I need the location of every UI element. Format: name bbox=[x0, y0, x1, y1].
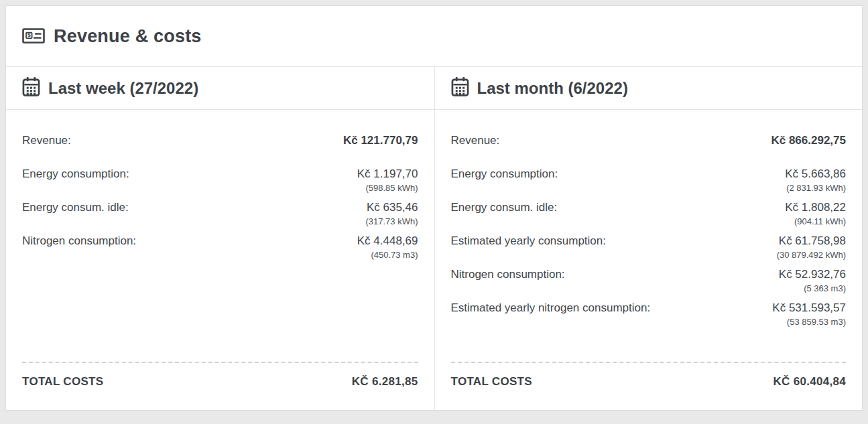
row-value: Kč 52.932,76 bbox=[779, 267, 846, 282]
row-unit: (30 879.492 kWh) bbox=[777, 249, 846, 261]
row-value: Kč 1.197,70 bbox=[357, 166, 418, 182]
row-unit: (317.73 kWh) bbox=[365, 215, 418, 228]
row-unit: (598.85 kWh) bbox=[357, 182, 418, 194]
total-costs-label: TOTAL COSTS bbox=[22, 375, 103, 388]
revenue-costs-panel: $ Revenue & costs bbox=[5, 5, 863, 411]
row-estimated-yearly-consumption: Estimated yearly consumption: Kč 61.758,… bbox=[451, 233, 847, 263]
row-label: Nitrogen consumption: bbox=[451, 267, 565, 282]
row-revenue: Revenue: Kč 121.770,79 bbox=[22, 133, 418, 162]
row-energy-consum-idle: Energy consum. idle: Kč 635,46 (317.73 k… bbox=[22, 200, 418, 229]
total-costs-value: KČ 6.281,85 bbox=[352, 375, 418, 388]
row-value: Kč 4.448,69 bbox=[357, 233, 418, 249]
panel-title: Revenue & costs bbox=[54, 26, 202, 47]
column-title: Last month (6/2022) bbox=[477, 79, 628, 98]
total-costs-value: KČ 60.404,84 bbox=[773, 375, 846, 388]
row-unit: (53 859.53 m3) bbox=[772, 315, 846, 328]
row-label: Estimated yearly nitrogen consumption: bbox=[451, 300, 651, 315]
total-costs-row: TOTAL COSTS KČ 6.281,85 bbox=[22, 375, 418, 388]
column-title: Last week (27/2022) bbox=[48, 79, 198, 98]
row-revenue: Revenue: Kč 866.292,75 bbox=[451, 133, 847, 162]
column-last-week: Last week (27/2022) Revenue: Kč 121.770,… bbox=[6, 67, 434, 410]
row-label: Energy consum. idle: bbox=[22, 200, 129, 215]
money-check-icon: $ bbox=[22, 27, 45, 48]
row-unit: (5 363 m3) bbox=[779, 282, 846, 295]
row-nitrogen-consumption: Nitrogen consumption: Kč 4.448,69 (450.7… bbox=[22, 233, 418, 263]
row-unit: (904.11 kWh) bbox=[785, 215, 846, 228]
row-label: Revenue: bbox=[451, 133, 500, 148]
row-value: Kč 121.770,79 bbox=[343, 133, 418, 148]
row-unit: (2 831.93 kWh) bbox=[785, 182, 846, 194]
row-nitrogen-consumption: Nitrogen consumption: Kč 52.932,76 (5 36… bbox=[451, 267, 847, 296]
calendar-icon bbox=[451, 77, 469, 99]
column-last-month: Last month (6/2022) Revenue: Kč 866.292,… bbox=[434, 67, 863, 410]
panel-header: $ Revenue & costs bbox=[6, 6, 862, 67]
row-energy-consumption: Energy consumption: Kč 1.197,70 (598.85 … bbox=[22, 166, 418, 196]
dashed-separator bbox=[451, 362, 847, 363]
total-costs-row: TOTAL COSTS KČ 60.404,84 bbox=[451, 375, 847, 388]
column-last-week-header: Last week (27/2022) bbox=[6, 67, 434, 110]
column-last-week-body: Revenue: Kč 121.770,79 Energy consumptio… bbox=[6, 110, 434, 410]
row-value: Kč 531.593,57 bbox=[772, 300, 846, 315]
column-last-month-header: Last month (6/2022) bbox=[435, 67, 863, 110]
columns-container: Last week (27/2022) Revenue: Kč 121.770,… bbox=[6, 67, 862, 410]
dashed-separator bbox=[22, 362, 418, 363]
row-value: Kč 866.292,75 bbox=[771, 133, 846, 148]
row-value: Kč 1.808,22 bbox=[785, 200, 846, 215]
calendar-icon bbox=[22, 77, 40, 99]
row-label: Energy consum. idle: bbox=[451, 200, 558, 215]
row-value: Kč 61.758,98 bbox=[777, 233, 846, 249]
column-last-month-body: Revenue: Kč 866.292,75 Energy consumptio… bbox=[435, 110, 863, 410]
row-value: Kč 635,46 bbox=[365, 200, 418, 215]
row-label: Energy consumption: bbox=[451, 166, 558, 182]
svg-text:$: $ bbox=[27, 31, 31, 38]
row-energy-consumption: Energy consumption: Kč 5.663,86 (2 831.9… bbox=[451, 166, 847, 196]
total-costs-label: TOTAL COSTS bbox=[451, 375, 532, 388]
row-value: Kč 5.663,86 bbox=[785, 166, 846, 182]
row-label: Energy consumption: bbox=[22, 166, 129, 182]
row-energy-consum-idle: Energy consum. idle: Kč 1.808,22 (904.11… bbox=[451, 200, 847, 229]
row-label: Nitrogen consumption: bbox=[22, 233, 136, 249]
row-estimated-yearly-nitrogen-consumption: Estimated yearly nitrogen consumption: K… bbox=[451, 300, 847, 330]
row-label: Estimated yearly consumption: bbox=[451, 233, 607, 249]
row-label: Revenue: bbox=[22, 133, 71, 148]
row-unit: (450.73 m3) bbox=[357, 249, 418, 261]
